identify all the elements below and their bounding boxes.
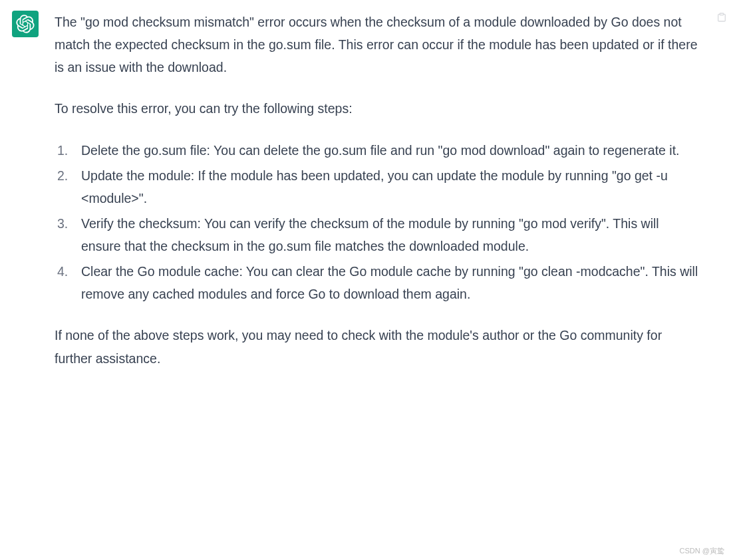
steps-list: Delete the go.sum file: You can delete t… [55,139,700,306]
svg-rect-0 [720,13,723,15]
message-container: The "go mod checksum mismatch" error occ… [0,0,731,370]
list-item: Delete the go.sum file: You can delete t… [81,139,700,162]
message-content: The "go mod checksum mismatch" error occ… [55,11,713,370]
openai-logo-icon [16,15,35,33]
assistant-avatar [12,11,39,37]
watermark: CSDN @寅鸷 [680,546,724,556]
list-item: Verify the checksum: You can verify the … [81,212,700,257]
steps-intro-paragraph: To resolve this error, you can try the f… [55,97,700,120]
list-item: Update the module: If the module has bee… [81,164,700,210]
clipboard-icon [716,12,727,23]
intro-paragraph: The "go mod checksum mismatch" error occ… [55,11,700,78]
list-item: Clear the Go module cache: You can clear… [81,260,700,305]
copy-button[interactable] [716,12,730,25]
outro-paragraph: If none of the above steps work, you may… [55,324,700,369]
